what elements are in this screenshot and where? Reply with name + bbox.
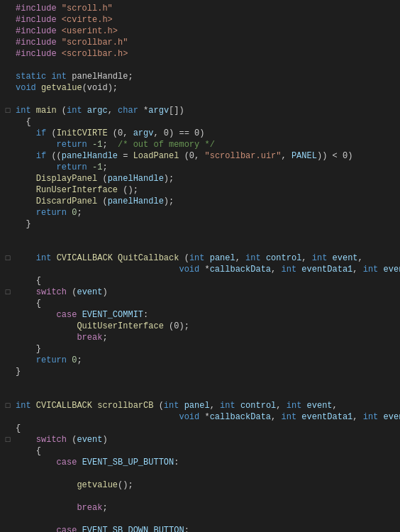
line-26: □ switch (event) — [0, 287, 400, 298]
line-2: #include <cvirte.h> — [0, 14, 400, 26]
line-18: DiscardPanel (panelHandle); — [0, 196, 400, 207]
line-15: return -1; — [0, 162, 400, 173]
line-11: { — [0, 116, 400, 128]
line-14: if ((panelHandle = LoadPanel (0, "scroll… — [0, 150, 400, 162]
line-41: case EVENT_SB_UP_BUTTON: — [0, 457, 400, 468]
line-30: break; — [0, 332, 400, 343]
line-31: } — [0, 343, 400, 355]
line-36: □ int CVICALLBACK scrollbarCB (int panel… — [0, 400, 400, 411]
line-4: #include "scrollbar.h" — [0, 37, 400, 48]
line-40: { — [0, 445, 400, 457]
line-6 — [0, 60, 400, 71]
line-8: void getvalue(void); — [0, 82, 400, 94]
line-9 — [0, 94, 400, 105]
line-45: break; — [0, 502, 400, 514]
line-33: } — [0, 366, 400, 377]
line-10: □ int main (int argc, char *argv[]) — [0, 105, 400, 116]
line-47: case EVENT_SB_DOWN_BUTTON: — [0, 525, 400, 532]
line-32: return 0; — [0, 355, 400, 366]
line-12: if (InitCVIRTE (0, argv, 0) == 0) — [0, 128, 400, 139]
collapse-scrollbar[interactable]: □ — [3, 400, 13, 411]
line-7: static int panelHandle; — [0, 71, 400, 82]
line-38: { — [0, 423, 400, 434]
line-34 — [0, 377, 400, 389]
line-3: #include <userint.h> — [0, 26, 400, 37]
line-24: void *callbackData, int eventData1, int … — [0, 264, 400, 275]
line-21 — [0, 230, 400, 241]
line-25: { — [0, 275, 400, 287]
line-35 — [0, 389, 400, 400]
line-28: case EVENT_COMMIT: — [0, 309, 400, 321]
collapse-quit[interactable]: □ — [3, 253, 13, 264]
line-44 — [0, 491, 400, 502]
code-editor: #include "scroll.h" #include <cvirte.h> … — [0, 0, 400, 532]
line-1: #include "scroll.h" — [0, 3, 400, 14]
collapse-main[interactable]: □ — [3, 105, 13, 116]
line-17: RunUserInterface (); — [0, 184, 400, 196]
line-39: □ switch (event) — [0, 434, 400, 445]
line-29: QuitUserInterface (0); — [0, 321, 400, 332]
collapse-switch1[interactable]: □ — [3, 287, 13, 298]
collapse-switch2[interactable]: □ — [3, 434, 13, 445]
line-20: } — [0, 218, 400, 230]
line-37: void *callbackData, int eventData1, int … — [0, 411, 400, 423]
line-13: return -1; /* out of memory */ — [0, 139, 400, 150]
line-42 — [0, 468, 400, 480]
line-46 — [0, 514, 400, 525]
line-27: { — [0, 298, 400, 309]
line-22 — [0, 241, 400, 253]
line-43: getvalue(); — [0, 480, 400, 491]
line-5: #include <scrollbar.h> — [0, 48, 400, 60]
line-19: return 0; — [0, 207, 400, 218]
line-16: DisplayPanel (panelHandle); — [0, 173, 400, 184]
line-23: □ int CVICALLBACK QuitCallback (int pane… — [0, 253, 400, 264]
